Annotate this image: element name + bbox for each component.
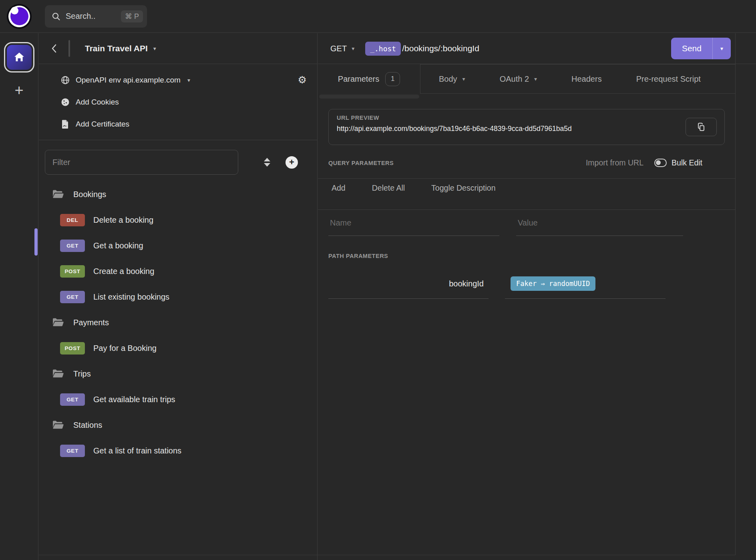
add-certificates-label: Add Certificates [76, 120, 129, 129]
search-input[interactable]: Search.. ⌘ P [45, 5, 147, 28]
sidebar-environment-section: OpenAPI env api.example.com ▾ ⚙ Add Cook… [39, 64, 317, 140]
request-label: Get available train trips [93, 395, 175, 404]
copy-icon [696, 122, 706, 132]
certificate-file-icon [60, 119, 70, 129]
tab-oauth2-caret-icon: ▾ [534, 76, 537, 82]
tabs-scrollbar-thumb[interactable] [319, 95, 419, 99]
add-cookies-label: Add Cookies [76, 98, 119, 107]
method-caret-icon[interactable]: ▾ [352, 46, 354, 51]
environment-caret-icon: ▾ [187, 77, 190, 83]
path-parameter-row: bookingId Faker ⇒ randomUUID [328, 269, 666, 299]
tab-headers[interactable]: Headers [571, 75, 602, 84]
folder-open-icon [51, 189, 65, 199]
folder-open-icon [51, 369, 65, 379]
sidebar-filter-row: + [45, 150, 317, 175]
tab-pre-request-script[interactable]: Pre-request Script [636, 75, 701, 84]
sidebar-request-get-a-booking[interactable]: GET Get a booking [39, 233, 317, 258]
tab-parameters-label: Parameters [338, 75, 379, 84]
request-label: Delete a booking [93, 216, 153, 225]
active-request-indicator [34, 228, 38, 256]
column-gap [499, 210, 516, 236]
tabs-inactive-strip: Body ▾ OAuth 2 ▾ Headers Pre-request Scr… [420, 64, 735, 94]
back-chevron-icon[interactable] [50, 44, 58, 53]
host-variable-chip[interactable]: _.host [365, 42, 401, 56]
sidebar-folder-bookings[interactable]: Bookings [39, 181, 317, 207]
folder-label: Stations [73, 421, 102, 430]
copy-url-button[interactable] [686, 118, 717, 136]
folder-label: Payments [73, 318, 109, 327]
query-parameters-title: QUERY PARAMETERS [328, 160, 394, 166]
bottom-panel-divider [39, 555, 735, 555]
request-label: Get a list of train stations [93, 446, 181, 455]
url-preview-title: URL PREVIEW [337, 115, 716, 121]
sidebar-folder-payments[interactable]: Payments [39, 310, 317, 335]
send-button[interactable]: Send ▾ [671, 38, 731, 59]
add-cookies-button[interactable]: Add Cookies [60, 93, 307, 111]
workspace-home-button[interactable] [4, 42, 34, 73]
sidebar-request-pay-for-a-booking[interactable]: POST Pay for a Booking [39, 335, 317, 361]
request-tree: Bookings DEL Delete a booking GET Get a … [39, 181, 317, 463]
workspace-rail: + [0, 33, 38, 560]
method-badge: POST [60, 342, 85, 355]
sidebar-request-list-existing-bookings[interactable]: GET List existing bookings [39, 284, 317, 310]
import-from-url-button[interactable]: Import from URL [586, 158, 643, 167]
path-parameter-value-field[interactable]: Faker ⇒ randomUUID [505, 269, 666, 299]
add-workspace-button[interactable]: + [0, 83, 38, 98]
path-parameter-name-field[interactable]: bookingId [328, 269, 489, 299]
sidebar-folder-trips[interactable]: Trips [39, 361, 317, 387]
environment-selector[interactable]: OpenAPI env api.example.com ▾ ⚙ [60, 71, 307, 89]
method-badge: POST [60, 265, 85, 278]
settings-gear-icon[interactable]: ⚙ [298, 75, 307, 85]
parameter-value-input[interactable] [516, 210, 683, 236]
tab-parameters[interactable]: Parameters 1 [318, 64, 420, 94]
request-panel: GET ▾ _.host /bookings/:bookingId Send ▾… [318, 33, 756, 560]
environment-label: OpenAPI env api.example.com [76, 76, 181, 85]
folder-open-icon [51, 317, 65, 328]
tab-headers-label: Headers [571, 75, 602, 84]
workspace-title[interactable]: Train Travel API [85, 44, 148, 53]
add-parameter-button[interactable]: Add [332, 183, 346, 193]
request-url-bar: GET ▾ _.host /bookings/:bookingId Send ▾ [318, 33, 756, 64]
sidebar-request-create-a-booking[interactable]: POST Create a booking [39, 258, 317, 284]
bulk-edit-label: Bulk Edit [672, 158, 702, 167]
method-badge: GET [60, 393, 85, 406]
tab-oauth2[interactable]: OAuth 2 ▾ [500, 75, 537, 84]
header-divider [68, 40, 70, 57]
app-logo-highlight [11, 7, 18, 14]
faker-random-uuid-chip[interactable]: Faker ⇒ randomUUID [511, 276, 595, 291]
folder-label: Bookings [73, 190, 106, 199]
method-badge: GET [60, 291, 85, 303]
method-badge: GET [60, 445, 85, 457]
tab-body-label: Body [439, 75, 457, 84]
filter-input[interactable] [45, 150, 238, 175]
sidebar-header: Train Travel API ▾ [39, 33, 317, 64]
bulk-edit-toggle[interactable]: Bulk Edit [654, 158, 702, 167]
path-parameters-title: PATH PARAMETERS [328, 253, 388, 259]
request-label: Create a booking [93, 267, 154, 276]
sort-icon[interactable] [264, 158, 270, 167]
request-label: List existing bookings [93, 292, 169, 302]
parameter-name-input[interactable] [328, 210, 499, 236]
sidebar-request-get-available-train-trips[interactable]: GET Get available train trips [39, 387, 317, 412]
add-request-button[interactable]: + [286, 156, 298, 169]
column-gap [489, 269, 505, 299]
sidebar-request-get-a-list-of-train-stations[interactable]: GET Get a list of train stations [39, 438, 317, 463]
method-dropdown[interactable]: GET [330, 44, 347, 53]
request-path-input[interactable]: /bookings/:bookingId [402, 44, 479, 53]
app-logo-ring [8, 6, 30, 27]
toggle-description-button[interactable]: Toggle Description [431, 183, 495, 193]
delete-all-button[interactable]: Delete All [372, 183, 405, 193]
tab-body[interactable]: Body ▾ [439, 75, 465, 84]
section-divider [318, 178, 735, 179]
folder-open-icon [51, 420, 65, 430]
add-certificates-button[interactable]: Add Certificates [60, 115, 307, 133]
workspace-title-caret-icon[interactable]: ▾ [153, 46, 156, 51]
request-label: Pay for a Booking [93, 344, 157, 353]
app-logo-icon[interactable] [7, 4, 32, 29]
send-options-caret-icon[interactable]: ▾ [713, 46, 731, 51]
panel-right-divider[interactable] [735, 33, 736, 555]
sidebar-request-delete-a-booking[interactable]: DEL Delete a booking [39, 207, 317, 233]
section-divider [318, 209, 735, 210]
sidebar-folder-stations[interactable]: Stations [39, 412, 317, 438]
tab-pre-request-script-label: Pre-request Script [636, 75, 701, 84]
